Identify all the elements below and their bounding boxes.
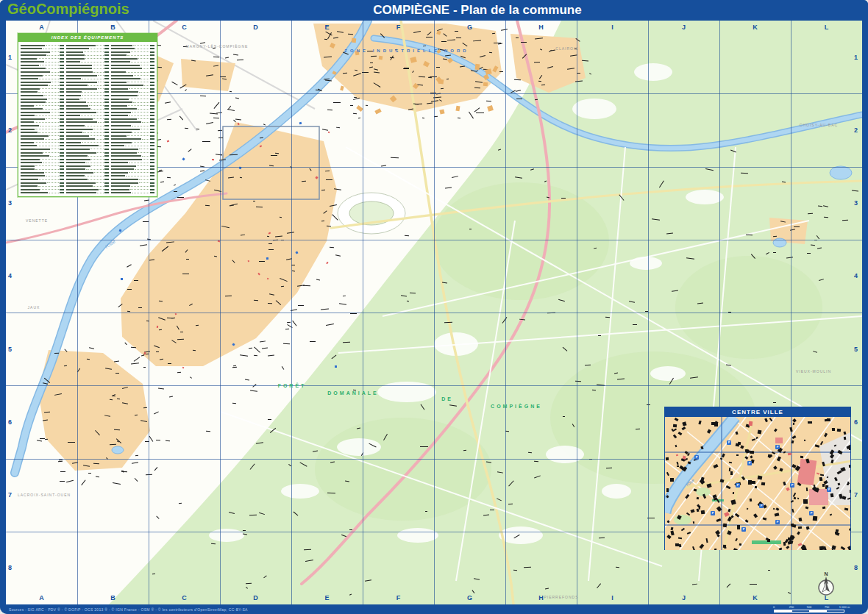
index-entry bbox=[66, 48, 110, 50]
index-entry bbox=[21, 98, 64, 100]
grid-row-label: 6 bbox=[8, 418, 12, 426]
index-entry bbox=[111, 128, 154, 130]
index-entry bbox=[66, 192, 110, 194]
inset-locator-rect bbox=[223, 126, 319, 199]
index-entry bbox=[111, 192, 154, 194]
grid-column-label: C bbox=[182, 24, 187, 31]
index-entry bbox=[66, 68, 110, 70]
index-entry bbox=[111, 51, 154, 53]
index-entry bbox=[66, 148, 110, 150]
index-entry bbox=[66, 85, 110, 87]
grid-row-label: 1 bbox=[854, 54, 858, 61]
index-entry bbox=[21, 101, 64, 104]
index-entry bbox=[111, 85, 154, 87]
index-entry bbox=[21, 168, 64, 171]
index-entry bbox=[111, 148, 154, 150]
parking-icon: P bbox=[711, 511, 715, 515]
index-entry bbox=[66, 61, 110, 63]
index-entry bbox=[111, 188, 154, 190]
index-entry bbox=[66, 54, 110, 57]
index-box: INDEX DES ÉQUIPEMENTS bbox=[18, 33, 157, 197]
scale-tick: 750 bbox=[825, 605, 830, 609]
index-entry bbox=[21, 179, 64, 181]
grid-row-label: 1 bbox=[8, 54, 12, 61]
index-entry bbox=[111, 141, 154, 143]
grid-row-label: 8 bbox=[854, 564, 858, 571]
parking-icon: P bbox=[759, 504, 764, 508]
index-entry bbox=[21, 165, 64, 167]
index-entry bbox=[21, 175, 64, 177]
index-entry bbox=[21, 57, 64, 60]
index-entry bbox=[66, 81, 110, 83]
grid-column-label: G bbox=[467, 24, 472, 31]
index-entry bbox=[66, 121, 110, 124]
grid-column-label: I bbox=[611, 594, 613, 601]
map-label: COMPIÈGNE bbox=[491, 404, 542, 409]
index-entries bbox=[18, 42, 157, 196]
header-bar: GéoCompiégnois COMPIÈGNE - Plan de la co… bbox=[0, 0, 868, 21]
map-label: l'Oise bbox=[104, 239, 116, 249]
index-entry bbox=[21, 185, 64, 188]
index-entry bbox=[66, 141, 110, 143]
index-entry bbox=[66, 125, 110, 127]
parking-icon: P bbox=[736, 483, 740, 488]
geocompiegnois-logo: GéoCompiégnois bbox=[7, 1, 129, 18]
index-entry bbox=[111, 125, 154, 127]
parking-icon: P bbox=[747, 461, 752, 465]
grid-row-label: 5 bbox=[854, 346, 858, 353]
scale-tick: 500 bbox=[807, 605, 812, 609]
page-title: COMPIÈGNE - Plan de la commune bbox=[373, 3, 581, 18]
index-entry bbox=[21, 135, 64, 137]
grid-column-label: G bbox=[467, 594, 472, 601]
index-entry bbox=[111, 88, 154, 90]
parking-icons: PPPPPPPPPPPP bbox=[665, 417, 850, 550]
index-entry bbox=[111, 44, 154, 46]
scale-bar: 02505007501 000 m bbox=[774, 605, 856, 613]
index-entry bbox=[111, 145, 154, 147]
scale-tick: 0 bbox=[773, 605, 775, 609]
inset-title: CENTRE VILLE bbox=[665, 407, 850, 417]
grid-row-label: 5 bbox=[8, 346, 12, 353]
parking-icon: P bbox=[775, 520, 780, 524]
map-label: JAUX bbox=[28, 305, 40, 310]
inset-map: l'Oise PPPPPPPPPPPP bbox=[665, 417, 850, 550]
index-entry bbox=[21, 158, 64, 160]
map-label: VIEUX-MOULIN bbox=[796, 369, 831, 374]
parking-icon: P bbox=[741, 527, 746, 532]
index-entry bbox=[21, 141, 64, 143]
index-entry bbox=[66, 78, 110, 80]
scale-segments bbox=[774, 610, 844, 613]
index-entry bbox=[66, 175, 110, 177]
river-aisne bbox=[374, 38, 862, 149]
sources-text: Sources : SIG ARC - PDV ® - © DGFiP - OC… bbox=[9, 607, 248, 612]
index-entry bbox=[66, 128, 110, 130]
grid-column-label: F bbox=[396, 24, 401, 31]
grid-column-label: K bbox=[753, 24, 758, 31]
map-label: FORÊT bbox=[278, 383, 307, 388]
index-entry bbox=[66, 104, 110, 107]
index-entry bbox=[21, 74, 64, 76]
index-entry bbox=[111, 132, 154, 134]
index-entry bbox=[111, 111, 154, 113]
index-entry bbox=[21, 104, 64, 107]
grid-row-label: 7 bbox=[8, 491, 12, 499]
grid-row-label: 3 bbox=[854, 199, 858, 207]
index-entry bbox=[21, 111, 64, 113]
index-entry bbox=[21, 54, 64, 57]
index-entry bbox=[21, 132, 64, 134]
index-entry bbox=[111, 151, 154, 154]
index-entry bbox=[66, 101, 110, 104]
grid-column-label: A bbox=[39, 594, 44, 601]
parking-icon: P bbox=[694, 455, 699, 460]
map-page: GéoCompiégnois COMPIÈGNE - Plan de la co… bbox=[0, 0, 868, 614]
grid-column-label: J bbox=[682, 594, 686, 601]
index-entry bbox=[66, 74, 110, 76]
index-entry bbox=[21, 85, 64, 87]
index-entry bbox=[66, 108, 110, 110]
grid-column-label: F bbox=[396, 594, 401, 601]
index-entry bbox=[111, 115, 154, 117]
index-entry bbox=[111, 57, 154, 60]
index-entry bbox=[111, 48, 154, 50]
index-entry bbox=[111, 168, 154, 171]
map-label: PIERREFONDS bbox=[544, 595, 578, 599]
